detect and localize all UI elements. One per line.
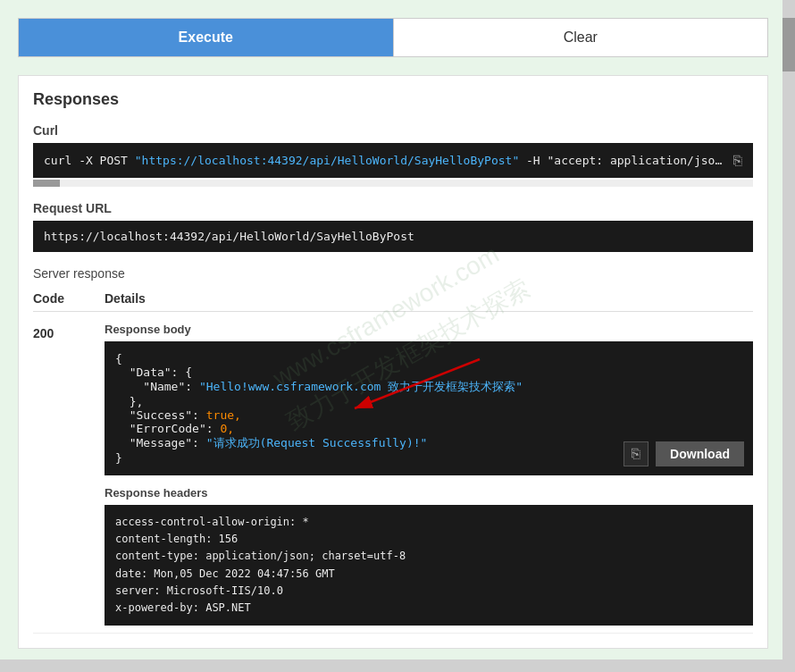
key-success: "Success": — [130, 408, 206, 422]
curl-hscroll-thumb — [33, 180, 60, 187]
response-body-actions: ⎘ Download — [623, 441, 744, 466]
server-response-section: Server response Code Details 200 Respons… — [33, 266, 753, 634]
val-message: "请求成功(Request Successfully)!" — [206, 436, 428, 449]
key-data: "Data": { — [130, 365, 192, 379]
response-headers-section: Response headers access-control-allow-or… — [105, 486, 753, 626]
val-name: "Hello!www.csframework.com 致力于开发框架技术探索" — [199, 380, 523, 393]
header-line-5: server: Microsoft-IIS/10.0 — [115, 583, 742, 600]
action-buttons-row: Execute Clear — [18, 18, 768, 57]
curl-section: Curl curl -X POST "https://localhost:443… — [33, 123, 753, 187]
header-line-3: content-type: application/json; charset=… — [115, 548, 742, 565]
curl-hscroll — [33, 180, 753, 187]
response-body-box: { "Data": { "Name": "Hello!www.csframewo… — [105, 341, 753, 475]
scrollbar-bottom[interactable] — [0, 659, 782, 672]
scrollbar-right[interactable] — [782, 0, 795, 672]
server-response-label: Server response — [33, 266, 753, 281]
responses-title: Responses — [33, 90, 753, 109]
curl-suffix: -H "accept: application/json" -H "Conten… — [519, 154, 726, 167]
column-details-header: Details — [105, 291, 753, 306]
response-headers-box: access-control-allow-origin: * content-l… — [105, 505, 753, 626]
request-url-section: Request URL https://localhost:44392/api/… — [33, 201, 753, 252]
header-line-6: x-powered-by: ASP.NET — [115, 600, 742, 617]
response-body-label: Response body — [105, 323, 753, 336]
key-name: "Name": — [143, 380, 199, 393]
body-brace-open: { — [115, 352, 122, 365]
response-table-header: Code Details — [33, 286, 753, 312]
key-errorcode: "ErrorCode": — [130, 422, 221, 435]
scrollbar-thumb[interactable] — [782, 18, 795, 71]
curl-command: curl -X POST — [44, 154, 135, 167]
clear-button[interactable]: Clear — [393, 19, 768, 56]
request-url-box: https://localhost:44392/api/HelloWorld/S… — [33, 221, 753, 252]
response-headers-label: Response headers — [105, 486, 753, 500]
table-row: 200 Response body { "Data": { "Name": "H… — [33, 315, 753, 634]
curl-text: curl -X POST "https://localhost:44392/ap… — [44, 154, 726, 167]
copy-body-button[interactable]: ⎘ — [623, 441, 649, 466]
main-container: www.csframework.com致力于开发框架技术探索 Execute C… — [0, 0, 795, 672]
val-errorcode: 0, — [220, 422, 234, 435]
key-message: "Message": — [130, 436, 206, 449]
copy-curl-icon[interactable]: ⎘ — [733, 152, 742, 169]
body-brace-close: } — [115, 451, 122, 465]
header-line-4: date: Mon,05 Dec 2022 04:47:56 GMT — [115, 566, 742, 583]
curl-box: curl -X POST "https://localhost:44392/ap… — [33, 143, 753, 178]
header-line-1: access-control-allow-origin: * — [115, 514, 742, 531]
download-button[interactable]: Download — [656, 441, 744, 466]
responses-section: Responses Curl curl -X POST "https://loc… — [18, 75, 768, 649]
val-success: true, — [206, 408, 241, 422]
curl-label: Curl — [33, 123, 753, 138]
body-data-close: }, — [130, 395, 144, 408]
header-line-2: content-length: 156 — [115, 531, 742, 548]
response-details: Response body { "Data": { "Name": "Hello… — [105, 323, 753, 626]
response-code: 200 — [33, 323, 105, 340]
curl-url: "https://localhost:44392/api/HelloWorld/… — [135, 154, 519, 167]
request-url-value: https://localhost:44392/api/HelloWorld/S… — [44, 230, 414, 243]
column-code-header: Code — [33, 291, 105, 306]
execute-button[interactable]: Execute — [19, 19, 393, 56]
request-url-label: Request URL — [33, 201, 753, 215]
